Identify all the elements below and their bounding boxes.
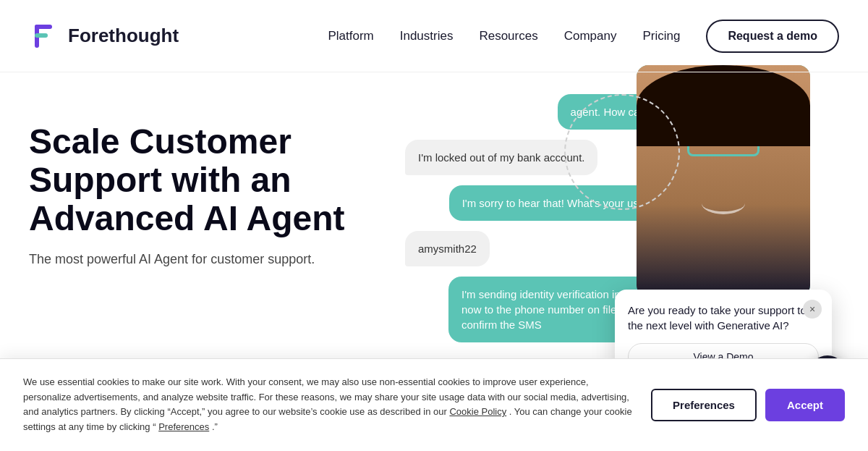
navbar: Forethought Platform Industries Resource…	[0, 0, 868, 72]
brand-name: Forethought	[68, 25, 179, 47]
nav-resources[interactable]: Resources	[479, 29, 537, 43]
nav-links: Platform Industries Resources Company Pr…	[328, 20, 839, 53]
request-demo-button[interactable]: Request a demo	[706, 20, 839, 53]
svg-rect-1	[35, 25, 52, 29]
chat-bubble-2: I'm locked out of my bank account.	[405, 140, 597, 175]
svg-rect-2	[35, 33, 48, 38]
hero-title: Scale Customer Support with an Advanced …	[29, 123, 362, 237]
preferences-link[interactable]: Preferences	[158, 421, 209, 432]
cookie-banner: We use essential cookies to make our sit…	[0, 358, 868, 451]
chat-bubble-4: amysmith22	[405, 231, 490, 266]
logo[interactable]: Forethought	[29, 20, 179, 52]
nav-pricing[interactable]: Pricing	[642, 29, 680, 43]
nav-industries[interactable]: Industries	[400, 29, 454, 43]
popup-close-button[interactable]: ×	[803, 300, 822, 319]
cookie-actions: Preferences Accept	[651, 389, 845, 421]
logo-icon	[29, 20, 61, 52]
popup-question: Are you ready to take your support to th…	[628, 303, 819, 333]
hero-text: Scale Customer Support with an Advanced …	[29, 101, 362, 267]
cookie-text-3: .”	[212, 421, 218, 432]
preferences-button[interactable]: Preferences	[651, 389, 757, 421]
hero-visual: agent. How can I help? I'm locked out of…	[405, 87, 839, 342]
accept-button[interactable]: Accept	[765, 389, 845, 421]
nav-platform[interactable]: Platform	[328, 29, 373, 43]
person-image	[637, 65, 810, 297]
cookie-text: We use essential cookies to make our sit…	[23, 375, 634, 435]
cookie-policy-link[interactable]: Cookie Policy	[449, 406, 506, 417]
hero-subtitle: The most powerful AI Agent for customer …	[29, 252, 362, 267]
nav-company[interactable]: Company	[564, 29, 617, 43]
